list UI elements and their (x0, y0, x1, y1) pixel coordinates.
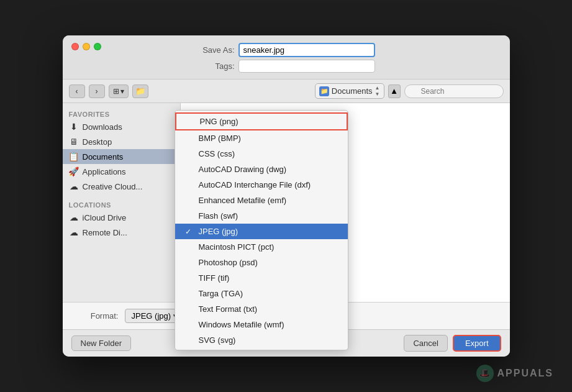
creative-cloud-icon: ☁ (69, 181, 79, 191)
location-name: Documents (332, 86, 373, 96)
export-button[interactable]: Export (453, 335, 501, 352)
expand-button[interactable]: ▲ (388, 84, 401, 98)
format-dropdown[interactable]: PNG (png)BMP (BMP)CSS (css)AutoCAD Drawi… (175, 110, 348, 350)
save-as-input[interactable] (238, 43, 375, 57)
dropdown-item-tif[interactable]: TIFF (tif) (175, 270, 348, 286)
format-label: Format: (75, 311, 119, 321)
dropdown-label-psd: Photoshop (psd) (199, 258, 258, 267)
sidebar-item-remote[interactable]: ☁ Remote Di... (63, 225, 180, 240)
view-button[interactable]: ⊞ ▾ (109, 84, 129, 98)
dropdown-item-txt[interactable]: Text Format (txt) (175, 301, 348, 317)
maximize-button[interactable] (94, 43, 101, 50)
dropdown-item-tga[interactable]: Targa (TGA) (175, 286, 348, 301)
remote-icon: ☁ (69, 227, 79, 237)
forward-button[interactable]: › (89, 84, 105, 98)
dropdown-item-psd[interactable]: Photoshop (psd) (175, 255, 348, 270)
format-selected-value: JPEG (jpg) (132, 311, 171, 321)
new-folder-icon-button[interactable]: 📁 (132, 84, 148, 98)
dropdown-label-svg: SVG (svg) (199, 335, 236, 345)
view-chevron-icon: ▾ (120, 87, 124, 96)
icloud-icon: ☁ (69, 212, 79, 222)
sidebar-documents-label: Documents (83, 152, 124, 162)
format-section: Format: PNG (png)BMP (BMP)CSS (css)AutoC… (63, 302, 510, 329)
dropdown-label-dwg: AutoCAD Drawing (dwg) (199, 165, 287, 174)
dropdown-label-wmf: Windows Metafile (wmf) (199, 320, 284, 329)
sidebar-item-desktop[interactable]: 🖥 Desktop (63, 134, 180, 149)
action-buttons: Cancel Export (404, 335, 501, 352)
dropdown-label-tif: TIFF (tif) (199, 273, 230, 283)
sidebar-item-icloud[interactable]: ☁ iCloud Drive (63, 210, 180, 225)
sidebar: Favorites ⬇ Downloads 🖥 Desktop 📋 Docume… (63, 103, 181, 302)
dropdown-label-dxf: AutoCAD Interchange File (dxf) (199, 180, 311, 189)
toolbar: ‹ › ⊞ ▾ 📁 📁 Documents ▲ ▼ ▲ 🔍 (63, 80, 510, 103)
documents-icon: 📋 (69, 152, 79, 162)
up-arrow-icon: ▲ (375, 85, 380, 91)
watermark-text: APPUALS (497, 368, 553, 379)
tags-input[interactable] (238, 60, 375, 73)
sidebar-desktop-label: Desktop (83, 137, 112, 147)
dropdown-label-png: PNG (png) (200, 117, 238, 126)
back-button[interactable]: ‹ (69, 84, 85, 98)
sidebar-icloud-label: iCloud Drive (83, 213, 127, 222)
search-input[interactable] (404, 84, 504, 98)
dropdown-label-css: CSS (css) (199, 149, 235, 158)
tags-label: Tags: (197, 62, 235, 71)
sidebar-item-applications[interactable]: 🚀 Applications (63, 164, 180, 179)
folder-icon: 📁 (135, 86, 145, 96)
location-folder-icon: 📁 (319, 86, 329, 96)
sidebar-creative-cloud-label: Creative Cloud... (83, 182, 143, 191)
dropdown-label-swf: Flash (swf) (199, 211, 238, 221)
applications-icon: 🚀 (69, 166, 79, 176)
dropdown-item-swf[interactable]: Flash (swf) (175, 208, 348, 224)
dropdown-item-png[interactable]: PNG (png) (175, 112, 348, 130)
minimize-button[interactable] (83, 43, 90, 50)
traffic-lights (71, 43, 101, 50)
sidebar-remote-label: Remote Di... (83, 228, 127, 237)
dropdown-item-svg[interactable]: SVG (svg) (175, 332, 348, 348)
location-selector[interactable]: 📁 Documents ▲ ▼ (315, 83, 384, 99)
dropdown-label-tga: Targa (TGA) (199, 289, 243, 298)
title-bar: Save As: Tags: (63, 35, 510, 80)
favorites-label: Favorites (63, 108, 180, 119)
dropdown-item-css[interactable]: CSS (css) (175, 146, 348, 162)
dropdown-item-bmp[interactable]: BMP (BMP) (175, 130, 348, 146)
new-folder-button[interactable]: New Folder (71, 335, 131, 351)
view-icon: ⊞ (113, 87, 119, 96)
dropdown-label-pct: Macintosh PICT (pct) (199, 242, 275, 252)
dropdown-label-txt: Text Format (txt) (199, 304, 258, 314)
save-as-row: Save As: (197, 43, 375, 57)
dropdown-item-wmf[interactable]: Windows Metafile (wmf) (175, 317, 348, 332)
dropdown-item-pct[interactable]: Macintosh PICT (pct) (175, 239, 348, 255)
desktop-icon: 🖥 (69, 137, 79, 147)
format-select-wrapper: PNG (png)BMP (BMP)CSS (css)AutoCAD Drawi… (125, 309, 185, 323)
sidebar-item-creative-cloud[interactable]: ☁ Creative Cloud... (63, 179, 180, 194)
dropdown-label-emf: Enhanced Metafile (emf) (199, 196, 287, 205)
save-dialog: Save As: Tags: ‹ › ⊞ ▾ 📁 📁 Documents ▲ (63, 35, 510, 357)
sidebar-downloads-label: Downloads (83, 122, 122, 132)
watermark: 🎩 APPUALS (476, 365, 553, 382)
forward-icon: › (96, 87, 98, 96)
search-wrapper: 🔍 (404, 84, 504, 98)
down-arrow-icon: ▼ (375, 91, 380, 97)
dropdown-label-bmp: BMP (BMP) (199, 134, 241, 143)
sidebar-item-downloads[interactable]: ⬇ Downloads (63, 119, 180, 134)
watermark-logo-icon: 🎩 (476, 365, 494, 382)
sidebar-applications-label: Applications (83, 167, 126, 176)
dropdown-item-jpg[interactable]: ✓JPEG (jpg) (175, 224, 348, 239)
dropdown-item-emf[interactable]: Enhanced Metafile (emf) (175, 193, 348, 208)
close-button[interactable] (71, 43, 79, 50)
cancel-button[interactable]: Cancel (404, 335, 447, 352)
tags-row: Tags: (197, 60, 375, 73)
downloads-icon: ⬇ (69, 122, 79, 132)
check-mark-jpg: ✓ (185, 227, 194, 236)
sidebar-item-documents[interactable]: 📋 Documents (63, 149, 180, 164)
dropdown-label-jpg: JPEG (jpg) (199, 227, 238, 236)
location-arrows: ▲ ▼ (375, 85, 380, 97)
back-icon: ‹ (76, 87, 78, 96)
dropdown-item-dxf[interactable]: AutoCAD Interchange File (dxf) (175, 177, 348, 193)
expand-icon: ▲ (390, 86, 398, 96)
dropdown-item-dwg[interactable]: AutoCAD Drawing (dwg) (175, 162, 348, 177)
save-as-label: Save As: (197, 45, 235, 55)
locations-label: Locations (63, 199, 180, 210)
